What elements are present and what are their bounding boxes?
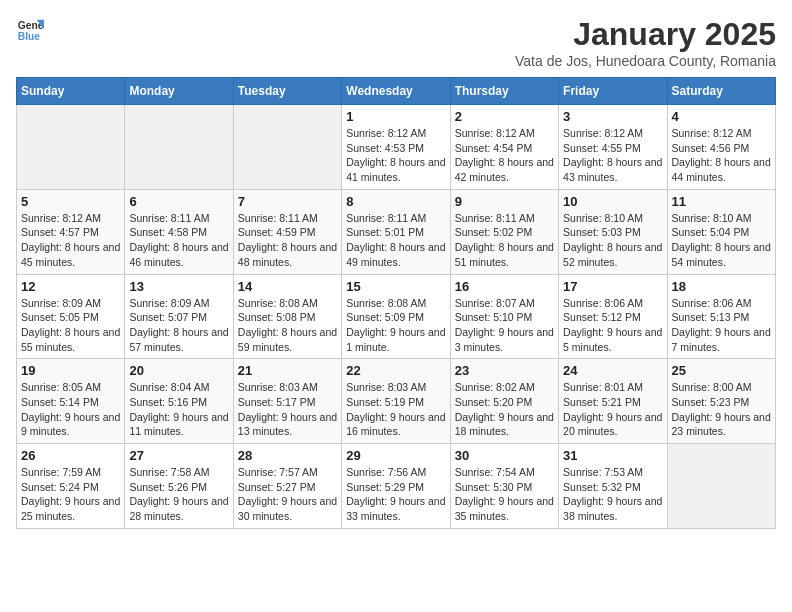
day-cell-20: 20Sunrise: 8:04 AMSunset: 5:16 PMDayligh…: [125, 359, 233, 444]
day-cell-30: 30Sunrise: 7:54 AMSunset: 5:30 PMDayligh…: [450, 444, 558, 529]
day-number-7: 7: [238, 194, 337, 209]
day-info-30: Sunrise: 7:54 AMSunset: 5:30 PMDaylight:…: [455, 465, 554, 524]
day-number-5: 5: [21, 194, 120, 209]
day-number-24: 24: [563, 363, 662, 378]
day-cell-15: 15Sunrise: 8:08 AMSunset: 5:09 PMDayligh…: [342, 274, 450, 359]
day-cell-19: 19Sunrise: 8:05 AMSunset: 5:14 PMDayligh…: [17, 359, 125, 444]
day-cell-25: 25Sunrise: 8:00 AMSunset: 5:23 PMDayligh…: [667, 359, 775, 444]
day-number-18: 18: [672, 279, 771, 294]
day-number-13: 13: [129, 279, 228, 294]
header-thursday: Thursday: [450, 78, 558, 105]
day-number-31: 31: [563, 448, 662, 463]
day-info-16: Sunrise: 8:07 AMSunset: 5:10 PMDaylight:…: [455, 296, 554, 355]
empty-cell-0-1: [125, 105, 233, 190]
header-wednesday: Wednesday: [342, 78, 450, 105]
day-number-14: 14: [238, 279, 337, 294]
day-cell-14: 14Sunrise: 8:08 AMSunset: 5:08 PMDayligh…: [233, 274, 341, 359]
day-cell-5: 5Sunrise: 8:12 AMSunset: 4:57 PMDaylight…: [17, 189, 125, 274]
day-info-13: Sunrise: 8:09 AMSunset: 5:07 PMDaylight:…: [129, 296, 228, 355]
day-info-26: Sunrise: 7:59 AMSunset: 5:24 PMDaylight:…: [21, 465, 120, 524]
week-row-1: 1Sunrise: 8:12 AMSunset: 4:53 PMDaylight…: [17, 105, 776, 190]
day-number-17: 17: [563, 279, 662, 294]
day-info-5: Sunrise: 8:12 AMSunset: 4:57 PMDaylight:…: [21, 211, 120, 270]
day-info-22: Sunrise: 8:03 AMSunset: 5:19 PMDaylight:…: [346, 380, 445, 439]
day-info-12: Sunrise: 8:09 AMSunset: 5:05 PMDaylight:…: [21, 296, 120, 355]
header-friday: Friday: [559, 78, 667, 105]
day-info-21: Sunrise: 8:03 AMSunset: 5:17 PMDaylight:…: [238, 380, 337, 439]
day-number-4: 4: [672, 109, 771, 124]
day-cell-8: 8Sunrise: 8:11 AMSunset: 5:01 PMDaylight…: [342, 189, 450, 274]
day-cell-22: 22Sunrise: 8:03 AMSunset: 5:19 PMDayligh…: [342, 359, 450, 444]
day-cell-4: 4Sunrise: 8:12 AMSunset: 4:56 PMDaylight…: [667, 105, 775, 190]
day-number-9: 9: [455, 194, 554, 209]
week-row-3: 12Sunrise: 8:09 AMSunset: 5:05 PMDayligh…: [17, 274, 776, 359]
header-saturday: Saturday: [667, 78, 775, 105]
day-number-28: 28: [238, 448, 337, 463]
week-row-4: 19Sunrise: 8:05 AMSunset: 5:14 PMDayligh…: [17, 359, 776, 444]
logo-icon: General Blue: [16, 16, 44, 44]
day-cell-7: 7Sunrise: 8:11 AMSunset: 4:59 PMDaylight…: [233, 189, 341, 274]
svg-text:Blue: Blue: [18, 31, 41, 42]
day-cell-18: 18Sunrise: 8:06 AMSunset: 5:13 PMDayligh…: [667, 274, 775, 359]
empty-cell-0-2: [233, 105, 341, 190]
day-number-6: 6: [129, 194, 228, 209]
day-cell-21: 21Sunrise: 8:03 AMSunset: 5:17 PMDayligh…: [233, 359, 341, 444]
day-cell-10: 10Sunrise: 8:10 AMSunset: 5:03 PMDayligh…: [559, 189, 667, 274]
day-number-11: 11: [672, 194, 771, 209]
week-row-2: 5Sunrise: 8:12 AMSunset: 4:57 PMDaylight…: [17, 189, 776, 274]
week-row-5: 26Sunrise: 7:59 AMSunset: 5:24 PMDayligh…: [17, 444, 776, 529]
weekday-header-row: SundayMondayTuesdayWednesdayThursdayFrid…: [17, 78, 776, 105]
header-monday: Monday: [125, 78, 233, 105]
day-cell-12: 12Sunrise: 8:09 AMSunset: 5:05 PMDayligh…: [17, 274, 125, 359]
day-info-14: Sunrise: 8:08 AMSunset: 5:08 PMDaylight:…: [238, 296, 337, 355]
day-info-27: Sunrise: 7:58 AMSunset: 5:26 PMDaylight:…: [129, 465, 228, 524]
day-number-16: 16: [455, 279, 554, 294]
day-number-30: 30: [455, 448, 554, 463]
day-info-11: Sunrise: 8:10 AMSunset: 5:04 PMDaylight:…: [672, 211, 771, 270]
day-info-17: Sunrise: 8:06 AMSunset: 5:12 PMDaylight:…: [563, 296, 662, 355]
day-info-23: Sunrise: 8:02 AMSunset: 5:20 PMDaylight:…: [455, 380, 554, 439]
calendar-table: SundayMondayTuesdayWednesdayThursdayFrid…: [16, 77, 776, 529]
day-number-12: 12: [21, 279, 120, 294]
day-cell-26: 26Sunrise: 7:59 AMSunset: 5:24 PMDayligh…: [17, 444, 125, 529]
day-info-31: Sunrise: 7:53 AMSunset: 5:32 PMDaylight:…: [563, 465, 662, 524]
day-cell-27: 27Sunrise: 7:58 AMSunset: 5:26 PMDayligh…: [125, 444, 233, 529]
day-cell-6: 6Sunrise: 8:11 AMSunset: 4:58 PMDaylight…: [125, 189, 233, 274]
day-info-20: Sunrise: 8:04 AMSunset: 5:16 PMDaylight:…: [129, 380, 228, 439]
day-cell-13: 13Sunrise: 8:09 AMSunset: 5:07 PMDayligh…: [125, 274, 233, 359]
day-number-20: 20: [129, 363, 228, 378]
day-cell-17: 17Sunrise: 8:06 AMSunset: 5:12 PMDayligh…: [559, 274, 667, 359]
day-number-3: 3: [563, 109, 662, 124]
logo: General Blue: [16, 16, 44, 44]
empty-cell-4-6: [667, 444, 775, 529]
day-info-3: Sunrise: 8:12 AMSunset: 4:55 PMDaylight:…: [563, 126, 662, 185]
day-number-27: 27: [129, 448, 228, 463]
day-info-19: Sunrise: 8:05 AMSunset: 5:14 PMDaylight:…: [21, 380, 120, 439]
day-number-19: 19: [21, 363, 120, 378]
day-info-8: Sunrise: 8:11 AMSunset: 5:01 PMDaylight:…: [346, 211, 445, 270]
day-cell-24: 24Sunrise: 8:01 AMSunset: 5:21 PMDayligh…: [559, 359, 667, 444]
day-info-18: Sunrise: 8:06 AMSunset: 5:13 PMDaylight:…: [672, 296, 771, 355]
day-number-8: 8: [346, 194, 445, 209]
day-cell-31: 31Sunrise: 7:53 AMSunset: 5:32 PMDayligh…: [559, 444, 667, 529]
day-number-10: 10: [563, 194, 662, 209]
day-number-29: 29: [346, 448, 445, 463]
day-number-26: 26: [21, 448, 120, 463]
day-info-9: Sunrise: 8:11 AMSunset: 5:02 PMDaylight:…: [455, 211, 554, 270]
empty-cell-0-0: [17, 105, 125, 190]
day-info-6: Sunrise: 8:11 AMSunset: 4:58 PMDaylight:…: [129, 211, 228, 270]
day-info-15: Sunrise: 8:08 AMSunset: 5:09 PMDaylight:…: [346, 296, 445, 355]
header-tuesday: Tuesday: [233, 78, 341, 105]
day-cell-1: 1Sunrise: 8:12 AMSunset: 4:53 PMDaylight…: [342, 105, 450, 190]
day-info-24: Sunrise: 8:01 AMSunset: 5:21 PMDaylight:…: [563, 380, 662, 439]
day-info-28: Sunrise: 7:57 AMSunset: 5:27 PMDaylight:…: [238, 465, 337, 524]
day-info-7: Sunrise: 8:11 AMSunset: 4:59 PMDaylight:…: [238, 211, 337, 270]
day-cell-29: 29Sunrise: 7:56 AMSunset: 5:29 PMDayligh…: [342, 444, 450, 529]
day-number-2: 2: [455, 109, 554, 124]
day-number-23: 23: [455, 363, 554, 378]
header-sunday: Sunday: [17, 78, 125, 105]
day-number-21: 21: [238, 363, 337, 378]
day-cell-11: 11Sunrise: 8:10 AMSunset: 5:04 PMDayligh…: [667, 189, 775, 274]
day-info-2: Sunrise: 8:12 AMSunset: 4:54 PMDaylight:…: [455, 126, 554, 185]
day-number-22: 22: [346, 363, 445, 378]
